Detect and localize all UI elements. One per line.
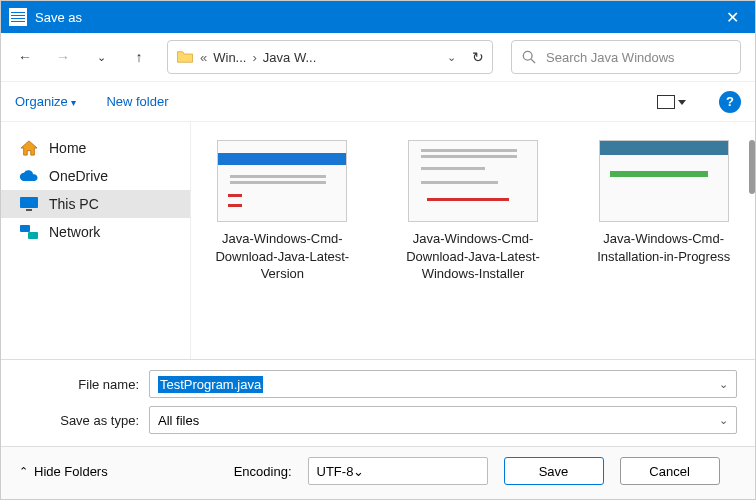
save-type-value: All files — [158, 413, 199, 428]
scrollbar[interactable] — [749, 140, 755, 194]
monitor-icon — [19, 196, 39, 212]
refresh-button[interactable]: ↻ — [472, 49, 484, 65]
file-thumbnail — [217, 140, 347, 222]
encoding-value: UTF-8 — [317, 464, 354, 479]
save-button[interactable]: Save — [504, 457, 604, 485]
hide-folders-button[interactable]: ⌃ Hide Folders — [19, 464, 108, 479]
home-icon — [19, 140, 39, 156]
toolbar: Organize ▾ New folder ? — [1, 81, 755, 121]
chevron-down-icon[interactable]: ⌄ — [719, 414, 728, 427]
svg-rect-4 — [20, 225, 30, 232]
app-icon — [9, 8, 27, 26]
sidebar: Home OneDrive This PC Network — [1, 122, 191, 359]
form-area: File name: TestProgram.java ⌄ Save as ty… — [1, 359, 755, 446]
sidebar-item-label: OneDrive — [49, 168, 108, 184]
close-button[interactable]: ✕ — [709, 1, 755, 33]
nav-up-button[interactable]: ↑ — [129, 49, 149, 65]
breadcrumb-2[interactable]: Java W... — [263, 50, 316, 65]
cancel-button[interactable]: Cancel — [620, 457, 720, 485]
file-list: Java-Windows-Cmd-Download-Java-Latest-Ve… — [191, 122, 755, 359]
search-input[interactable]: Search Java Windows — [511, 40, 741, 74]
chevron-down-icon: ▾ — [71, 97, 76, 108]
file-name: Java-Windows-Cmd-Installation-in-Progres… — [582, 230, 745, 265]
network-icon — [19, 224, 39, 240]
window-title: Save as — [35, 10, 82, 25]
view-options-button[interactable] — [657, 95, 675, 109]
file-name-label: File name: — [19, 377, 149, 392]
file-item[interactable]: Java-Windows-Cmd-Download-Java-Latest-Wi… — [392, 140, 555, 283]
sidebar-item-onedrive[interactable]: OneDrive — [1, 162, 190, 190]
address-dropdown-button[interactable]: ⌄ — [447, 51, 456, 64]
nav-row: ← → ⌄ ↑ « Win... › Java W... ⌄ ↻ Search … — [1, 33, 755, 81]
sidebar-item-home[interactable]: Home — [1, 134, 190, 162]
svg-point-0 — [523, 51, 532, 60]
save-type-select[interactable]: All files ⌄ — [149, 406, 737, 434]
breadcrumb-1[interactable]: Win... — [213, 50, 246, 65]
search-placeholder: Search Java Windows — [546, 50, 675, 65]
file-thumbnail — [408, 140, 538, 222]
svg-rect-3 — [26, 209, 32, 211]
cloud-icon — [19, 168, 39, 184]
chevron-icon: « — [200, 50, 207, 65]
file-item[interactable]: Java-Windows-Cmd-Download-Java-Latest-Ve… — [201, 140, 364, 283]
file-name: Java-Windows-Cmd-Download-Java-Latest-Ve… — [201, 230, 364, 283]
encoding-select[interactable]: UTF-8 ⌄ — [308, 457, 488, 485]
save-type-label: Save as type: — [19, 413, 149, 428]
sidebar-item-label: Network — [49, 224, 100, 240]
file-item[interactable]: Java-Windows-Cmd-Installation-in-Progres… — [582, 140, 745, 265]
svg-rect-5 — [28, 232, 38, 239]
sidebar-item-network[interactable]: Network — [1, 218, 190, 246]
help-button[interactable]: ? — [719, 91, 741, 113]
titlebar: Save as ✕ — [1, 1, 755, 33]
encoding-label: Encoding: — [234, 464, 292, 479]
sidebar-item-label: Home — [49, 140, 86, 156]
sidebar-item-label: This PC — [49, 196, 99, 212]
nav-recent-button[interactable]: ⌄ — [91, 51, 111, 64]
organize-button[interactable]: Organize ▾ — [15, 94, 76, 109]
nav-forward-button[interactable]: → — [53, 49, 73, 65]
nav-back-button[interactable]: ← — [15, 49, 35, 65]
svg-rect-2 — [20, 197, 38, 208]
svg-line-1 — [531, 59, 535, 63]
chevron-up-icon: ⌃ — [19, 465, 28, 478]
sidebar-item-this-pc[interactable]: This PC — [1, 190, 190, 218]
main-body: Home OneDrive This PC Network Java-Windo… — [1, 121, 755, 359]
file-name: Java-Windows-Cmd-Download-Java-Latest-Wi… — [392, 230, 555, 283]
file-name-input[interactable]: TestProgram.java ⌄ — [149, 370, 737, 398]
chevron-right-icon: › — [252, 50, 256, 65]
file-name-value: TestProgram.java — [158, 376, 263, 393]
search-icon — [522, 50, 536, 64]
new-folder-button[interactable]: New folder — [106, 94, 168, 109]
footer: ⌃ Hide Folders Encoding: UTF-8 ⌄ Save Ca… — [1, 446, 755, 499]
address-bar[interactable]: « Win... › Java W... ⌄ ↻ — [167, 40, 493, 74]
folder-icon — [176, 50, 194, 64]
file-thumbnail — [599, 140, 729, 222]
chevron-down-icon[interactable]: ⌄ — [719, 378, 728, 391]
chevron-down-icon[interactable]: ⌄ — [353, 464, 364, 479]
